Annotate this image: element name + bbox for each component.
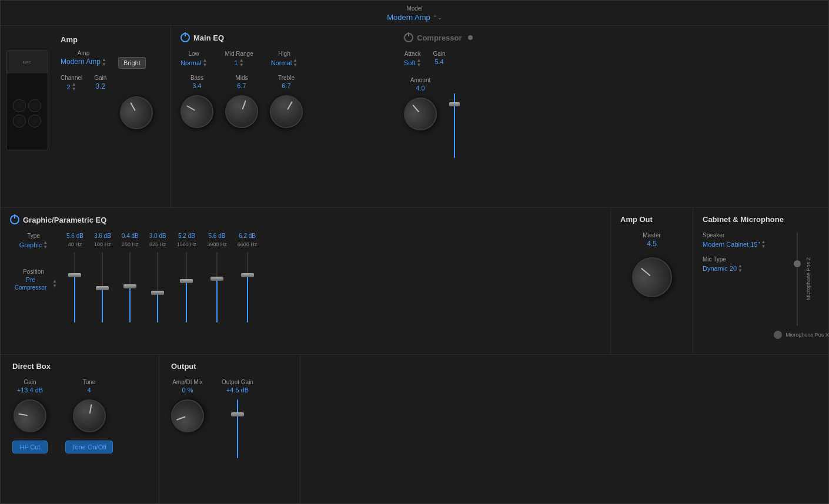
comp-bottom: Amount 4.0	[404, 77, 819, 158]
eq-slider-3900hz[interactable]	[210, 252, 223, 322]
eq-band-3900hz: 5.6 dB 3900 Hz	[207, 233, 227, 322]
amp-cabinet-image: EMC	[6, 51, 48, 150]
amp-row2: Channel 2 ▲▼ Gain 3.2	[61, 75, 159, 92]
compressor-section: Compressor Attack Soft ▲▼ Gain 5.4	[395, 26, 828, 207]
graphic-eq-content: Type Graphic ▲▼ Position Pre Compressor …	[10, 233, 601, 322]
channel-value[interactable]: 2 ▲▼	[67, 82, 76, 92]
eq-band-250hz-value: 0.4 dB	[122, 233, 139, 239]
low-group: Low Normal ▲▼	[180, 51, 207, 68]
bass-value: 3.4	[192, 82, 201, 89]
model-value: Modern Amp	[387, 13, 430, 22]
amp-value-selector[interactable]: Modern Amp ▲▼	[61, 58, 106, 67]
eq-slider-625hz[interactable]	[151, 252, 164, 322]
bass-label: Bass	[190, 75, 203, 81]
graphic-eq-title: Graphic/Parametric EQ	[23, 216, 106, 224]
tone-label: Tone	[83, 379, 96, 385]
attack-group: Attack Soft ▲▼	[404, 51, 422, 68]
high-label: High	[278, 51, 290, 57]
gain-label: Gain	[94, 75, 106, 81]
eq-band-100hz-label: 100 Hz	[94, 241, 111, 247]
high-arrows-icon: ▲▼	[293, 58, 297, 68]
main-eq-title: Main EQ	[193, 33, 224, 42]
gain-knob[interactable]	[114, 90, 159, 135]
amp-head: EMC	[6, 51, 48, 75]
model-selector[interactable]: Modern Amp ⌃⌄	[1, 13, 828, 22]
type-value[interactable]: Graphic ▲▼	[19, 240, 48, 250]
db-gain-value: +13.4 dB	[17, 387, 43, 394]
attack-value[interactable]: Soft ▲▼	[404, 58, 422, 68]
row3: Direct Box Gain +13.4 dB HF Cut Tone	[1, 355, 828, 503]
mic-type-label: Mic Type	[703, 256, 726, 263]
bright-button[interactable]: Bright	[118, 57, 146, 69]
eq-band-40hz: 5.6 dB 40 Hz	[66, 233, 83, 322]
cabinet-mic-left: Speaker Modern Cabinet 15" ▲▼ Mic Type D…	[703, 232, 779, 339]
header: Model Modern Amp ⌃⌄	[1, 1, 828, 26]
main-eq-power-icon[interactable]	[180, 33, 190, 42]
mids-value: 6.7	[237, 82, 246, 89]
high-value[interactable]: Normal ▲▼	[271, 58, 297, 68]
amp-out-section: Amp Out Master 4.5	[611, 208, 693, 354]
mic-type-value[interactable]: Dynamic 20 ▲▼	[703, 264, 743, 273]
treble-knob[interactable]	[264, 89, 309, 134]
eq-band-250hz-label: 250 Hz	[122, 241, 139, 247]
master-knob[interactable]	[624, 249, 680, 305]
type-group: Type Graphic ▲▼	[10, 233, 57, 250]
eq-band-40hz-label: 40 Hz	[68, 241, 82, 247]
master-value: 4.5	[647, 240, 657, 248]
hf-cut-button[interactable]: HF Cut	[12, 441, 48, 453]
output-gain-slider[interactable]	[231, 399, 244, 458]
compressor-title: Compressor	[417, 33, 462, 42]
db-gain-knob[interactable]	[11, 397, 49, 435]
comp-gain-slider[interactable]	[449, 93, 460, 158]
eq-slider-1560hz[interactable]	[180, 252, 193, 322]
amp-section: EMC Amp	[1, 26, 171, 207]
type-label: Type	[27, 233, 40, 239]
graphic-eq-section: Graphic/Parametric EQ Type Graphic ▲▼ Po…	[1, 208, 611, 354]
bass-knob[interactable]	[175, 89, 219, 134]
direct-box-controls: Gain +13.4 dB HF Cut Tone 4	[12, 379, 147, 453]
treble-group: Treble 6.7	[270, 75, 303, 128]
low-value[interactable]: Normal ▲▼	[180, 58, 207, 68]
tone-knob[interactable]	[70, 397, 108, 435]
channel-label: Channel	[61, 75, 82, 81]
low-arrows-icon: ▲▼	[202, 58, 207, 68]
eq-slider-250hz[interactable]	[123, 252, 136, 322]
mic-type-arrows-icon: ▲▼	[738, 264, 743, 273]
speaker-1	[13, 99, 26, 112]
eq-band-1560hz-label: 1560 Hz	[177, 241, 197, 247]
amount-value: 4.0	[416, 85, 424, 92]
high-group: High Normal ▲▼	[271, 51, 297, 68]
output-controls: Amp/DI Mix 0 % Output Gain +4.5 dB	[171, 379, 288, 458]
amp-arrows-icon: ▲▼	[102, 58, 106, 67]
gain-knob-wrap	[61, 96, 159, 129]
mid-range-value[interactable]: 1 ▲▼	[235, 58, 244, 68]
amp-di-mix-knob[interactable]	[166, 395, 209, 437]
eq-band-3900hz-value: 5.6 dB	[209, 233, 226, 239]
amount-label: Amount	[410, 77, 430, 83]
amp-label: Amp	[78, 50, 90, 56]
compressor-power-icon[interactable]	[404, 33, 413, 42]
attack-arrows-icon: ▲▼	[417, 58, 422, 68]
direct-box-title: Direct Box	[12, 362, 147, 371]
eq-slider-100hz[interactable]	[96, 252, 109, 322]
amp-di-mix-group: Amp/DI Mix 0 %	[171, 379, 204, 432]
mic-pos-x-thumb[interactable]	[774, 331, 782, 339]
treble-value: 6.7	[282, 82, 290, 89]
amount-knob[interactable]	[397, 91, 444, 137]
treble-label: Treble	[278, 75, 295, 81]
mic-pos-z-slider[interactable]	[791, 232, 803, 326]
empty-right	[300, 355, 828, 503]
speaker-4	[28, 115, 41, 127]
graphic-eq-power-icon[interactable]	[10, 215, 19, 224]
output-section: Output Amp/DI Mix 0 % Output Gain +4.5 d…	[159, 355, 300, 503]
type-pos-group: Type Graphic ▲▼ Position Pre Compressor …	[10, 233, 57, 291]
eq-slider-6600hz[interactable]	[241, 252, 254, 322]
tone-on-off-button[interactable]: Tone On/Off	[65, 441, 113, 453]
mids-knob[interactable]	[220, 90, 263, 133]
eq-band-6600hz: 6.2 dB 6600 Hz	[238, 233, 258, 322]
eq-slider-40hz[interactable]	[68, 252, 81, 322]
low-label: Low	[189, 51, 199, 57]
speaker-value[interactable]: Modern Cabinet 15" ▲▼	[703, 240, 766, 249]
mic-pos-x-group: Microphone Pos X	[774, 331, 829, 339]
position-value[interactable]: Pre Compressor ▲▼	[10, 276, 57, 291]
